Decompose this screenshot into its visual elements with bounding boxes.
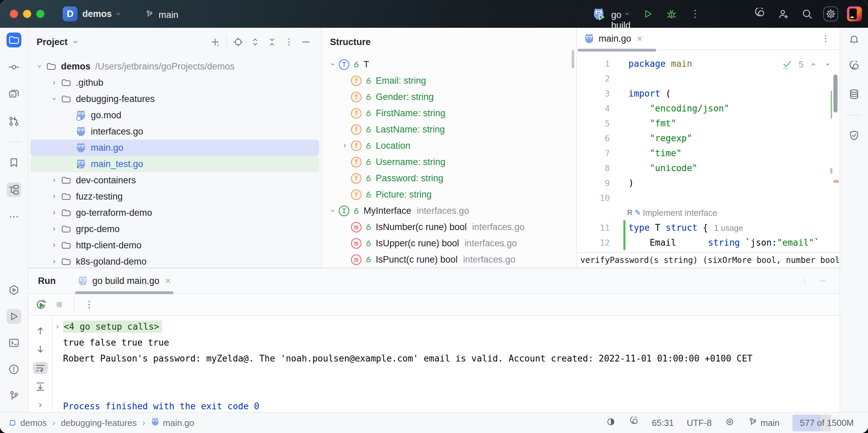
- code-line-9[interactable]: 9): [577, 176, 840, 190]
- code-line-6[interactable]: 6 "regexp": [577, 131, 840, 146]
- chevron-right-icon[interactable]: [33, 399, 48, 411]
- close-tab-icon[interactable]: [635, 34, 644, 43]
- play-icon[interactable]: [640, 6, 655, 21]
- code-editor[interactable]: 1package main23import (4 "encoding/json"…: [577, 50, 840, 250]
- more-h-button[interactable]: [6, 209, 21, 224]
- memory-widget[interactable]: 577 of 1500M: [792, 415, 861, 431]
- close-window-button[interactable]: [10, 10, 18, 18]
- breadcrumb-item-debugging-features[interactable]: debugging-features: [61, 418, 137, 428]
- expand-all-icon[interactable]: [248, 35, 262, 49]
- ai-icon[interactable]: [629, 417, 639, 429]
- ai-icon[interactable]: [752, 6, 767, 21]
- chevron-right-icon[interactable]: [48, 192, 60, 201]
- sticky-context-line[interactable]: verifyPassword(s string) (sixOrMore bool…: [577, 252, 840, 268]
- minimize-window-button[interactable]: [23, 10, 31, 18]
- chevron-right-icon[interactable]: [339, 142, 351, 150]
- line-column-widget[interactable]: 65:31: [652, 418, 674, 428]
- debug-icon[interactable]: [664, 6, 679, 21]
- structure-item-Gender[interactable]: fGender: string: [322, 89, 576, 105]
- inspection-widget[interactable]: 5: [781, 57, 832, 72]
- structure-tw-button[interactable]: [6, 182, 21, 197]
- more-v-icon[interactable]: [688, 6, 703, 21]
- pull-requests-button[interactable]: [6, 114, 21, 129]
- structure-item-Email[interactable]: fEmail: string: [322, 73, 576, 89]
- git-branch-button[interactable]: [6, 388, 21, 403]
- services-button[interactable]: [6, 283, 21, 297]
- structure-item-Location[interactable]: fLocation: [322, 138, 576, 154]
- prev-problem-icon[interactable]: [809, 60, 818, 69]
- tree-item-http-client-demo[interactable]: http-client-demo: [30, 237, 319, 253]
- bookmarks-button[interactable]: [6, 155, 21, 170]
- next-problem-icon[interactable]: [823, 60, 832, 69]
- code-line-2[interactable]: 2: [577, 71, 840, 86]
- breadcrumb-item-main.go[interactable]: main.go: [151, 417, 194, 429]
- contrast-icon[interactable]: [606, 417, 616, 429]
- tab-main-go[interactable]: main.go: [577, 28, 651, 49]
- more-v-icon[interactable]: [82, 297, 96, 312]
- shield-button[interactable]: [847, 128, 862, 143]
- code-line-11[interactable]: 11type T struct {1 usage: [577, 220, 840, 235]
- add-user-icon[interactable]: [776, 6, 791, 21]
- code-line-4[interactable]: 4 "encoding/json": [577, 101, 840, 116]
- chevron-right-icon[interactable]: [48, 79, 60, 87]
- run-tab-scrollbar-thumb[interactable]: [75, 291, 173, 294]
- console[interactable]: ›<4 go setup calls>true false true trueR…: [28, 316, 840, 411]
- code-line-7[interactable]: 7 "time": [577, 146, 840, 161]
- tree-item-main_test.go[interactable]: main_test.go: [30, 156, 319, 172]
- structure-item-Username[interactable]: fUsername: string: [322, 154, 576, 170]
- fold-marker[interactable]: ›: [53, 322, 63, 331]
- soft-wrap-icon[interactable]: [33, 362, 48, 374]
- chevron-down-icon[interactable]: [48, 95, 60, 103]
- terminal-button[interactable]: [6, 335, 21, 350]
- run-config-selector[interactable]: go build main.go: [592, 7, 632, 20]
- search-icon[interactable]: [800, 6, 814, 21]
- close-tab-icon[interactable]: [164, 276, 172, 285]
- code-line-5[interactable]: 5 "fmt": [577, 116, 840, 131]
- tree-item-.github[interactable]: .github: [30, 75, 319, 91]
- chevron-down-icon[interactable]: [327, 207, 339, 215]
- run-more-icon[interactable]: [800, 276, 809, 285]
- branch-widget[interactable]: main: [748, 417, 780, 429]
- structure-item-FirstName[interactable]: fFirstName: string: [322, 105, 576, 121]
- stop-icon[interactable]: [52, 297, 66, 312]
- usage-hint[interactable]: 1 usage: [714, 223, 743, 232]
- code-line-12[interactable]: 12 Email string `json:"email"`: [577, 235, 840, 250]
- maximize-window-button[interactable]: [36, 10, 44, 18]
- tree-item-debugging-features[interactable]: debugging-features: [30, 91, 319, 107]
- settings-icon[interactable]: [823, 6, 838, 21]
- chevron-right-icon[interactable]: [48, 176, 60, 184]
- scroll-end-icon[interactable]: [33, 380, 48, 393]
- structure-scrollbar[interactable]: [572, 50, 574, 68]
- tree-item-dev-containers[interactable]: dev-containers: [30, 172, 319, 188]
- editor-more-icon[interactable]: [821, 34, 831, 44]
- structure-item-T[interactable]: TT: [322, 56, 576, 73]
- profile-gradient-icon[interactable]: [847, 6, 862, 21]
- readonly-icon[interactable]: [725, 417, 735, 429]
- commit-button[interactable]: [6, 60, 21, 75]
- problems-button[interactable]: [6, 362, 21, 377]
- chevron-down-icon[interactable]: [33, 62, 45, 70]
- structure-item-Picture[interactable]: fPicture: string: [322, 186, 576, 203]
- add-icon[interactable]: [208, 35, 222, 49]
- tree-item-go.mod[interactable]: go.mod: [30, 107, 319, 123]
- code-line-8[interactable]: 8 "unicode": [577, 161, 840, 176]
- chevron-right-icon[interactable]: [48, 241, 60, 249]
- tree-item-main.go[interactable]: main.go: [30, 140, 319, 156]
- tree-item-grpc-demo[interactable]: grpc-demo: [30, 221, 319, 237]
- hide-tool-window-icon[interactable]: [819, 276, 827, 285]
- structure-item-Password[interactable]: fPassword: string: [322, 170, 576, 186]
- structure-item-IsNumber[interactable]: mIsNumber(c rune) boolinterfaces.go: [322, 219, 576, 235]
- tree-item-interfaces.go[interactable]: interfaces.go: [30, 123, 319, 140]
- project-folder-button[interactable]: [6, 33, 21, 47]
- chevron-down-icon[interactable]: [114, 9, 123, 18]
- more-v-icon[interactable]: [282, 35, 296, 49]
- database-button[interactable]: [847, 87, 862, 102]
- breadcrumb-item-demos[interactable]: demos: [8, 418, 47, 428]
- run-tab-go-build[interactable]: go build main.go: [77, 275, 172, 286]
- structure-item-IsPunct[interactable]: mIsPunct(c rune) boolinterfaces.go: [322, 251, 576, 268]
- editor-scrollbar[interactable]: [833, 75, 838, 112]
- notifications-button[interactable]: [847, 33, 862, 47]
- vcs-branch-widget[interactable]: main: [145, 9, 178, 18]
- structure-item-MyInterface[interactable]: IMyInterfaceinterfaces.go: [322, 203, 576, 219]
- locate-icon[interactable]: [231, 35, 245, 49]
